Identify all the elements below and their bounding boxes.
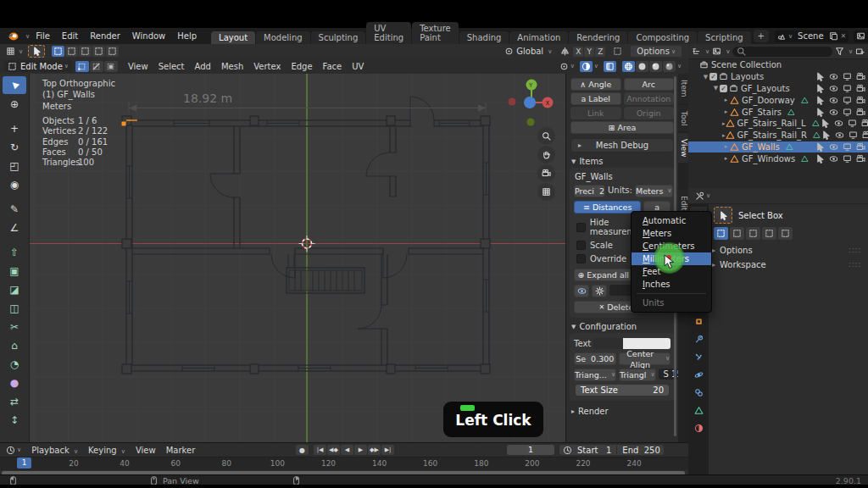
play-button[interactable]: ▶ [354, 445, 367, 455]
outliner-row-gf_layouts[interactable]: ▼✓GF_Layouts [688, 83, 868, 95]
select-mode-box[interactable] [65, 46, 78, 57]
hide-icon[interactable] [829, 84, 838, 93]
ortho-toggle-button[interactable] [537, 183, 555, 201]
panel-grip[interactable]: :::: [849, 261, 861, 269]
workspace-tab-texture-paint[interactable]: Texture Paint [412, 22, 459, 44]
workspace-tab-layout[interactable]: Layout [211, 31, 255, 44]
selectability-icon[interactable] [815, 142, 825, 152]
workspace-tab-scripting[interactable]: Scripting [698, 31, 750, 44]
viewport-visibility-icon[interactable] [843, 84, 852, 93]
checkbox[interactable] [576, 254, 586, 263]
workspace-tab-uv-editing[interactable]: UV Editing [366, 22, 411, 44]
viewport-menu-edge[interactable]: Edge [286, 62, 317, 71]
units-dropdown-button[interactable]: Meters∨ [635, 185, 673, 197]
render-visibility-icon[interactable] [856, 154, 865, 164]
tool-annotate-button[interactable]: ✎ [3, 200, 26, 218]
settings-button[interactable] [592, 285, 607, 297]
collection-checkbox[interactable]: ✓ [720, 85, 727, 92]
tool-poly-build-button[interactable]: ⌂ [3, 336, 26, 354]
viewport-visibility-icon[interactable] [843, 72, 852, 81]
workspace-tab-sculpting[interactable]: Sculpting [311, 31, 366, 44]
close-icon[interactable]: ✕ [841, 32, 847, 40]
area-button[interactable]: ⊞Area [570, 121, 674, 134]
mesh-debug-panel[interactable]: ▸ Mesh Debug [570, 138, 674, 152]
scene-name[interactable]: Scene [793, 31, 829, 41]
units-option-meters[interactable]: Meters [632, 227, 711, 240]
orientation-icon[interactable] [504, 47, 514, 56]
face-select-button[interactable] [104, 61, 118, 72]
shading-rendered-button[interactable] [663, 61, 676, 72]
outliner-item-label[interactable]: GF_Stairs_Rail_L [737, 119, 806, 128]
select-mode-circle[interactable] [79, 46, 92, 57]
end-frame-field[interactable]: End 250 [622, 446, 659, 455]
menu-render[interactable]: Render [84, 31, 126, 41]
add-workspace-tab[interactable]: + [754, 30, 769, 42]
outliner-row-gf_stairs[interactable]: ▸GF_Stairs [688, 106, 868, 118]
origin-button[interactable]: Origin [624, 107, 675, 119]
sidebar-tab-item[interactable]: Item [678, 74, 688, 103]
view-layer-selector[interactable]: ∨ View Layer ✕ [854, 30, 868, 42]
orientation-value[interactable]: Global [516, 47, 543, 56]
tool-tweak-button[interactable] [714, 227, 728, 240]
hide-icon[interactable] [829, 154, 838, 164]
options-button[interactable]: Options ∨ [631, 46, 682, 57]
tool-rotate-button[interactable]: ↻ [3, 138, 26, 156]
precision-field[interactable]: Preci2 [574, 185, 605, 197]
copy-icon[interactable] [829, 31, 838, 41]
collection-checkbox[interactable]: ✓ [709, 73, 717, 80]
viewport-visibility-icon[interactable] [849, 130, 858, 140]
hide-icon[interactable] [835, 130, 844, 140]
selectability-icon[interactable] [815, 84, 825, 93]
timeline-editor-icon[interactable] [6, 446, 15, 455]
properties-tab-modifiers[interactable] [690, 331, 707, 347]
sidebar-tab-view[interactable]: View [678, 133, 688, 163]
properties-tab-constraints[interactable] [690, 385, 707, 400]
scene-selector[interactable]: ∨ Scene ✕ [775, 30, 849, 42]
jump-to-end-button[interactable]: ▶| [381, 445, 394, 455]
tool-smooth-button[interactable]: ● [3, 374, 26, 391]
tool-edge-slide-button[interactable]: ⇄ [3, 392, 26, 410]
expand-icon[interactable]: ▸ [722, 155, 730, 162]
configuration-panel-header[interactable]: ▼ Configuration [571, 322, 673, 331]
mirror-y-button[interactable]: Y [584, 47, 594, 57]
visibility-button[interactable] [574, 285, 589, 297]
tool-transform-button[interactable]: ◉ [3, 175, 26, 193]
camera-view-button[interactable] [537, 164, 555, 182]
tool-scale-button[interactable]: ◰ [3, 157, 26, 175]
panel-grip[interactable]: :::: [849, 247, 861, 254]
outliner-item-label[interactable]: GF_Walls [742, 142, 780, 152]
selectability-icon[interactable] [815, 154, 825, 164]
outliner-row-gf_stairs_rail_r[interactable]: ▸GF_Stairs_Rail_R [688, 130, 868, 141]
active-tool-tab-icon[interactable] [695, 191, 704, 201]
workspace-tab-shading[interactable]: Shading [459, 31, 509, 44]
timeline-ruler[interactable]: 20406080100120140160180200220240 1 [0, 457, 688, 470]
new-collection-icon[interactable] [855, 47, 865, 56]
triang-dropdown-b[interactable]: Triangl∨ [619, 369, 656, 381]
text-size-slider[interactable]: Text Size 20 [576, 385, 669, 396]
render-panel-header[interactable]: ▸ Render [571, 407, 673, 416]
workspace-tab-rendering[interactable]: Rendering [569, 31, 627, 44]
menu-help[interactable]: Help [171, 31, 203, 41]
units-option-automatic[interactable]: Automatic [632, 214, 711, 227]
outliner-item-label[interactable]: Layouts [731, 72, 764, 81]
label-button[interactable]: aLabel [570, 92, 621, 105]
active-tool-icon-box[interactable] [714, 207, 732, 224]
record-button[interactable]: ● [296, 445, 309, 455]
angle-button[interactable]: ∧Angle [570, 78, 621, 91]
edge-select-button[interactable] [90, 61, 103, 72]
selectability-icon[interactable] [815, 96, 825, 105]
jump-to-start-button[interactable]: |◀ [314, 445, 326, 455]
tool-extrude-button[interactable]: ⇧ [3, 243, 26, 261]
selectability-icon[interactable] [821, 119, 830, 128]
expand-icon[interactable]: ▸ [722, 97, 730, 103]
timeline-view-menu[interactable]: View [131, 446, 161, 455]
filter-id-icon[interactable] [712, 47, 721, 56]
play-reverse-button[interactable]: ◀ [341, 445, 353, 455]
shading-wireframe-button[interactable] [622, 61, 635, 72]
marker-menu[interactable]: Marker [161, 446, 201, 455]
selectability-icon[interactable] [815, 108, 825, 117]
selectability-icon[interactable] [815, 72, 825, 81]
workspace-tab-compositing[interactable]: Compositing [628, 31, 697, 44]
outliner-row-gf_walls[interactable]: ▸GF_Walls [688, 141, 868, 153]
hide-icon[interactable] [829, 108, 838, 117]
